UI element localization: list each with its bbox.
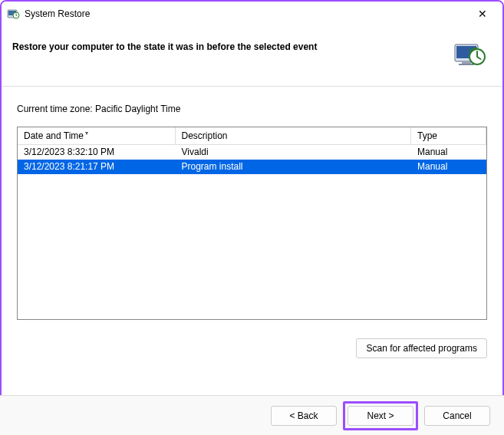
wizard-content: Current time zone: Pacific Daylight Time…	[2, 87, 502, 328]
back-button[interactable]: < Back	[271, 406, 337, 426]
column-header-date-label: Date and Time	[24, 130, 84, 141]
wizard-headline: Restore your computer to the state it wa…	[12, 40, 444, 52]
table-row-empty	[18, 262, 486, 276]
scan-row: Scan for affected programs	[2, 328, 502, 358]
svg-rect-5	[462, 61, 471, 64]
restore-points-table[interactable]: Date and Time ▾ Description Type 3/12/20…	[17, 127, 487, 320]
column-header-description[interactable]: Description	[175, 127, 411, 145]
column-header-type[interactable]: Type	[411, 127, 486, 145]
cell-date: 3/12/2023 8:21:17 PM	[18, 160, 175, 174]
table-row-empty	[18, 276, 486, 291]
wizard-footer: < Back Next > Cancel	[0, 395, 504, 435]
cell-desc: Program install	[175, 160, 411, 174]
cell-type: Manual	[411, 160, 486, 174]
table-row-empty	[18, 232, 486, 247]
table-row-empty	[18, 189, 486, 203]
cancel-button[interactable]: Cancel	[424, 406, 490, 426]
table-row-empty	[18, 218, 486, 232]
next-button-highlight: Next >	[343, 401, 418, 430]
titlebar: System Restore ✕	[2, 2, 502, 26]
wizard-header: Restore your computer to the state it wa…	[2, 26, 502, 87]
window-title: System Restore	[25, 8, 467, 19]
timezone-label: Current time zone: Pacific Daylight Time	[17, 104, 487, 114]
cell-date: 3/12/2023 8:32:10 PM	[18, 145, 175, 160]
svg-rect-6	[459, 64, 474, 65]
table-row-empty	[18, 203, 486, 218]
table-row[interactable]: 3/12/2023 8:21:17 PMProgram installManua…	[18, 160, 486, 174]
table-row-empty	[18, 305, 486, 320]
cell-desc: Vivaldi	[175, 145, 411, 160]
restore-monitor-icon	[452, 40, 487, 72]
cell-type: Manual	[411, 145, 486, 160]
column-header-date[interactable]: Date and Time ▾	[18, 127, 175, 145]
system-restore-icon	[6, 7, 20, 21]
close-button[interactable]: ✕	[467, 3, 498, 25]
sort-indicator-icon: ▾	[85, 130, 88, 137]
table-row-empty	[18, 174, 486, 189]
table-row-empty	[18, 291, 486, 305]
table-row-empty	[18, 247, 486, 262]
scan-affected-programs-button[interactable]: Scan for affected programs	[356, 338, 487, 358]
table-row[interactable]: 3/12/2023 8:32:10 PMVivaldiManual	[18, 145, 486, 160]
next-button[interactable]: Next >	[348, 406, 413, 426]
